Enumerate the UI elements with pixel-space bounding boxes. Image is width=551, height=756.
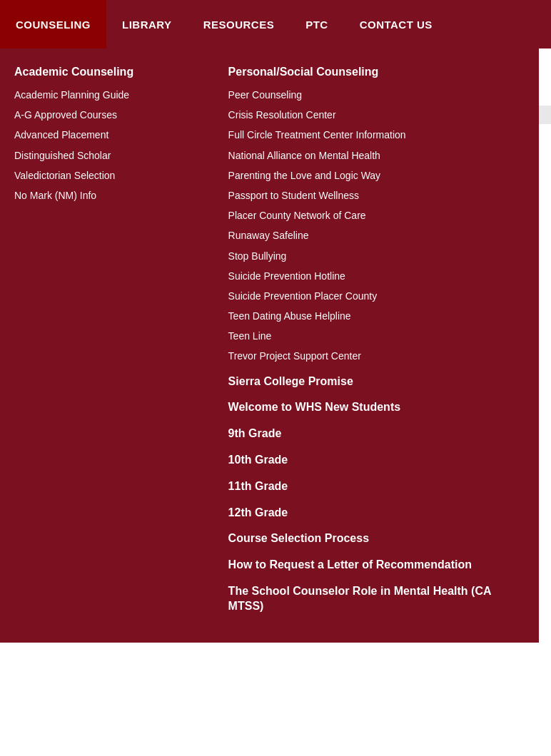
link-no-mark-info[interactable]: No Mark (NM) Info	[14, 189, 200, 202]
link-peer-counseling[interactable]: Peer Counseling	[228, 88, 525, 101]
link-distinguished-scholar[interactable]: Distinguished Scholar	[14, 149, 200, 162]
link-placer-county-network[interactable]: Placer County Network of Care	[228, 209, 525, 222]
link-passport-wellness[interactable]: Passport to Student Wellness	[228, 189, 525, 202]
link-runaway-safeline[interactable]: Runaway Safeline	[228, 229, 525, 242]
link-crisis-resolution-center[interactable]: Crisis Resolution Center	[228, 108, 525, 121]
nav-contact-us[interactable]: CONTACT US	[344, 0, 448, 48]
link-trevor-project[interactable]: Trevor Project Support Center	[228, 349, 525, 362]
link-teen-line[interactable]: Teen Line	[228, 330, 525, 342]
academic-counseling-col: Academic Counseling Academic Planning Gu…	[0, 63, 214, 621]
link-national-alliance[interactable]: National Alliance on Mental Health	[228, 149, 525, 162]
school-counselor-role-header[interactable]: The School Counselor Role in Mental Heal…	[228, 584, 525, 614]
welcome-whs-header[interactable]: Welcome to WHS New Students	[228, 400, 525, 415]
link-parenting-love-logic[interactable]: Parenting the Love and Logic Way	[228, 169, 525, 182]
personal-counseling-col: Personal/Social Counseling Peer Counseli…	[214, 63, 539, 621]
counseling-dropdown: Academic Counseling Academic Planning Gu…	[0, 48, 539, 643]
link-advanced-placement[interactable]: Advanced Placement	[14, 128, 200, 141]
nav-ptc[interactable]: PTC	[290, 0, 344, 48]
course-selection-header[interactable]: Course Selection Process	[228, 531, 525, 546]
link-full-circle[interactable]: Full Circle Treatment Center Information	[228, 128, 525, 141]
10th-grade-header[interactable]: 10th Grade	[228, 453, 525, 468]
letter-recommendation-header[interactable]: How to Request a Letter of Recommendatio…	[228, 558, 525, 573]
link-suicide-prevention-hotline[interactable]: Suicide Prevention Hotline	[228, 270, 525, 282]
sierra-college-promise-header[interactable]: Sierra College Promise	[228, 374, 525, 389]
link-academic-planning-guide[interactable]: Academic Planning Guide	[14, 88, 200, 101]
12th-grade-header[interactable]: 12th Grade	[228, 506, 525, 521]
link-stop-bullying[interactable]: Stop Bullying	[228, 250, 525, 262]
navbar: COUNSELING LIBRARY RESOURCES PTC CONTACT…	[0, 0, 551, 48]
academic-counseling-heading: Academic Counseling	[14, 66, 200, 78]
link-suicide-prevention-placer[interactable]: Suicide Prevention Placer County	[228, 290, 525, 302]
link-teen-dating-abuse[interactable]: Teen Dating Abuse Helpline	[228, 310, 525, 322]
link-valedictorian-selection[interactable]: Valedictorian Selection	[14, 169, 200, 182]
link-ag-approved-courses[interactable]: A-G Approved Courses	[14, 108, 200, 121]
9th-grade-header[interactable]: 9th Grade	[228, 426, 525, 441]
nav-library[interactable]: LIBRARY	[106, 0, 188, 48]
personal-counseling-heading: Personal/Social Counseling	[228, 66, 525, 78]
nav-resources[interactable]: RESOURCES	[188, 0, 290, 48]
nav-counseling[interactable]: COUNSELING	[0, 0, 106, 48]
11th-grade-header[interactable]: 11th Grade	[228, 479, 525, 494]
